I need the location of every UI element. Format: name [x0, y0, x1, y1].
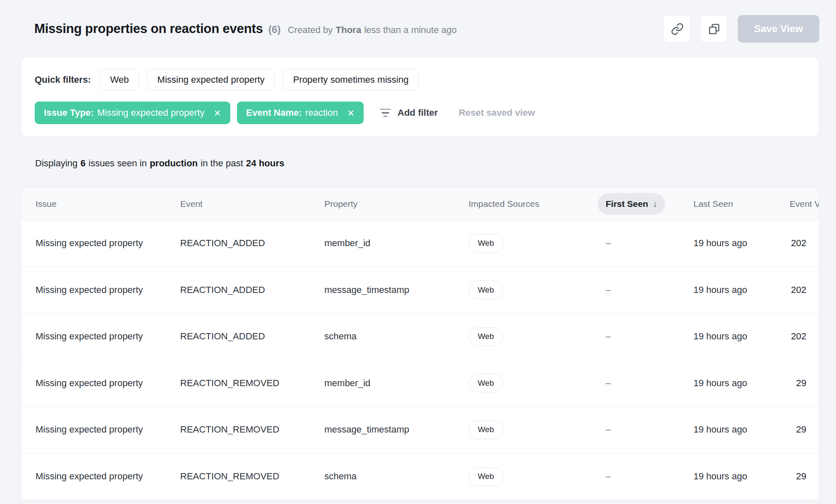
active-filter-value: reaction [305, 107, 338, 118]
event-vol-cell: 202 [790, 331, 806, 342]
event-vol-cell: 29 [790, 424, 806, 435]
property-cell: schema [324, 331, 469, 342]
active-filter-value: Missing expected property [97, 107, 204, 118]
property-cell: message_timestamp [324, 424, 469, 435]
active-filter-event-name[interactable]: Event Name: reaction ✕ [237, 102, 364, 124]
column-header-first-seen[interactable]: First Seen ↓ [606, 193, 693, 215]
title-group: Missing properties on reaction events (6… [34, 21, 663, 36]
top-bar: Missing properties on reaction events (6… [0, 0, 836, 43]
active-filter-label: Event Name: [246, 107, 302, 118]
issues-table: Issue Event Property Impacted Sources Fi… [21, 187, 819, 500]
active-filters-row: Issue Type: Missing expected property ✕ … [35, 102, 805, 124]
source-badge: Web [469, 280, 503, 299]
event-cell: REACTION_REMOVED [180, 471, 324, 482]
reset-saved-view-button[interactable]: Reset saved view [459, 107, 535, 118]
source-badge: Web [469, 467, 503, 486]
copy-link-button[interactable] [663, 15, 691, 43]
event-cell: REACTION_ADDED [180, 285, 324, 295]
source-badge: Web [469, 374, 503, 392]
sources-cell: Web [469, 234, 606, 253]
event-cell: REACTION_ADDED [180, 238, 324, 249]
table-header-row: Issue Event Property Impacted Sources Fi… [21, 188, 819, 220]
copy-icon [708, 23, 721, 36]
event-vol-cell: 202 [790, 285, 806, 295]
column-header-property[interactable]: Property [324, 199, 469, 209]
sources-cell: Web [469, 327, 606, 346]
event-cell: REACTION_REMOVED [180, 378, 324, 389]
column-header-last-seen[interactable]: Last Seen [693, 199, 790, 209]
issue-cell: Missing expected property [36, 471, 180, 482]
first-seen-cell: – [606, 471, 693, 482]
first-seen-cell: – [606, 378, 693, 389]
event-vol-cell: 29 [790, 471, 806, 482]
last-seen-cell: 19 hours ago [693, 331, 790, 342]
column-header-event[interactable]: Event [180, 199, 324, 209]
close-icon[interactable]: ✕ [347, 109, 354, 117]
close-icon[interactable]: ✕ [214, 109, 221, 117]
table-row[interactable]: Missing expected property REACTION_REMOV… [21, 453, 819, 500]
source-badge: Web [469, 327, 503, 346]
column-header-issue[interactable]: Issue [36, 199, 180, 209]
first-seen-cell: – [606, 331, 693, 342]
duplicate-view-button[interactable] [700, 15, 728, 43]
issue-cell: Missing expected property [36, 331, 180, 342]
summary-environment: production [150, 158, 198, 169]
byline: Created by Thora less than a minute ago [288, 25, 456, 36]
author-name: Thora [336, 25, 361, 36]
last-seen-cell: 19 hours ago [693, 424, 790, 435]
add-filter-button[interactable]: Add filter [380, 107, 438, 118]
quick-filters-label: Quick filters: [35, 74, 91, 85]
active-filter-issue-type[interactable]: Issue Type: Missing expected property ✕ [35, 102, 230, 124]
add-filter-label: Add filter [398, 107, 438, 118]
column-header-impacted-sources[interactable]: Impacted Sources [469, 199, 606, 209]
sort-desc-icon: ↓ [653, 199, 658, 209]
property-cell: member_id [324, 238, 469, 249]
summary-time-range: 24 hours [246, 158, 285, 169]
table-row[interactable]: Missing expected property REACTION_ADDED… [21, 313, 819, 360]
last-seen-cell: 19 hours ago [693, 471, 790, 482]
property-cell: message_timestamp [324, 285, 469, 295]
first-seen-cell: – [606, 424, 693, 435]
event-cell: REACTION_REMOVED [180, 424, 324, 435]
issue-count-badge: (6) [268, 24, 280, 36]
sources-cell: Web [469, 420, 606, 439]
first-seen-cell: – [606, 238, 693, 249]
results-summary: Displaying 6 issues seen in production i… [35, 158, 836, 169]
property-cell: schema [324, 471, 469, 482]
save-view-button[interactable]: Save View [738, 15, 819, 43]
last-seen-cell: 19 hours ago [693, 238, 790, 249]
active-sort-pill[interactable]: First Seen ↓ [598, 193, 665, 215]
link-icon [671, 23, 684, 36]
sources-cell: Web [469, 374, 606, 392]
event-cell: REACTION_ADDED [180, 331, 324, 342]
table-row[interactable]: Missing expected property REACTION_ADDED… [21, 267, 819, 314]
issue-cell: Missing expected property [36, 285, 180, 295]
sort-column-label: First Seen [606, 199, 648, 209]
quick-filter-property-sometimes-missing[interactable]: Property sometimes missing [283, 69, 418, 91]
active-filter-label: Issue Type: [44, 107, 94, 118]
source-badge: Web [469, 234, 503, 253]
summary-text: Displaying [35, 158, 78, 169]
column-header-event-vol[interactable]: Event Vol. [790, 199, 819, 209]
summary-count: 6 [81, 158, 86, 169]
created-when: less than a minute ago [364, 25, 456, 36]
sources-cell: Web [469, 280, 606, 299]
issue-cell: Missing expected property [36, 238, 180, 249]
issue-cell: Missing expected property [36, 378, 180, 389]
table-row[interactable]: Missing expected property REACTION_REMOV… [21, 407, 819, 453]
table-row[interactable]: Missing expected property REACTION_ADDED… [21, 220, 819, 267]
quick-filter-missing-expected-property[interactable]: Missing expected property [147, 69, 275, 91]
first-seen-cell: – [606, 285, 693, 295]
page-title: Missing properties on reaction events [34, 21, 263, 36]
quick-filters-row: Quick filters: Web Missing expected prop… [35, 69, 805, 91]
table-row[interactable]: Missing expected property REACTION_REMOV… [21, 360, 819, 407]
header-actions: Save View [663, 15, 819, 43]
created-by-prefix: Created by [288, 25, 333, 36]
summary-text: issues seen in [89, 158, 147, 169]
event-vol-cell: 29 [790, 378, 806, 389]
source-badge: Web [469, 420, 503, 439]
property-cell: member_id [324, 378, 469, 389]
sources-cell: Web [469, 467, 606, 486]
quick-filter-web[interactable]: Web [100, 69, 139, 91]
issue-cell: Missing expected property [36, 424, 180, 435]
